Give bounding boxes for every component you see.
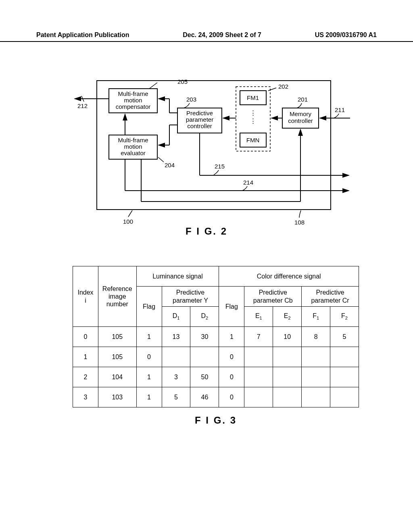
th-color: Color difference signal [219,266,359,287]
block-label-memctrl: Memory [290,110,312,117]
ref-203: 203 [186,96,196,103]
patent-page: Patent Application Publication Dec. 24, … [0,0,413,532]
block-label-compensator: Multi-frame [118,90,148,97]
page-header: Patent Application Publication Dec. 24, … [0,31,413,42]
figure-2-caption: F I G. 2 [0,226,413,237]
ref-202: 202 [278,83,288,90]
th-d1: D1 [162,307,190,327]
table-row: 3 103 1 5 46 0 [73,387,359,407]
th-ppcb: Predictive parameter Cb [244,287,302,307]
header-center: Dec. 24, 2009 Sheet 2 of 7 [183,31,261,39]
th-e1: E1 [244,307,273,327]
table-row: 0 105 1 13 30 1 7 10 8 5 [73,327,359,347]
ref-211: 211 [335,106,345,113]
svg-line-36 [158,157,164,162]
ref-108: 108 [294,219,305,226]
figure-2-diagram: Multi-frame motion compensator Multi-fra… [44,77,363,230]
th-f1: F1 [302,307,330,327]
svg-text:⋮: ⋮ [250,117,256,124]
ref-214: 214 [243,179,253,186]
th-d2: D2 [190,307,219,327]
ref-201: 201 [298,96,308,103]
table-row: 1 105 0 0 [73,347,359,367]
block-label-evaluator: Multi-frame [118,137,148,143]
ref-215: 215 [215,163,225,170]
svg-line-37 [128,210,132,217]
figure-3-caption: F I G. 3 [73,415,359,426]
th-luminance: Luminance signal [136,266,219,287]
table-row: 2 104 1 3 50 0 [73,367,359,387]
svg-text:compensator: compensator [116,103,151,110]
ref-212: 212 [77,102,88,109]
th-f2: F2 [330,307,359,327]
th-refimg: Reference image number [98,266,137,327]
block-label-fm1: FM1 [247,94,259,101]
th-ppy: Predictive parameter Y [162,287,219,307]
block-label-ppc: Predictive [186,110,213,116]
svg-text:controller: controller [187,123,212,129]
th-flag-c: Flag [219,287,244,327]
svg-text:motion: motion [124,97,142,104]
th-flag-y: Flag [136,287,162,327]
th-ppcr: Predictive parameter Cr [302,287,359,307]
figure-3-table: Index i Reference image number Luminance… [73,266,359,426]
header-right: US 2009/0316790 A1 [315,31,377,39]
svg-text:evaluator: evaluator [121,150,146,156]
ref-100: 100 [123,218,133,225]
th-e2: E2 [273,307,302,327]
ref-205: 205 [177,78,188,85]
svg-text:parameter: parameter [186,116,213,123]
ref-204: 204 [165,162,175,168]
svg-text:motion: motion [124,143,142,150]
block-label-fmn: FMN [246,137,260,143]
svg-text:controller: controller [288,117,313,124]
th-index: Index i [73,266,98,327]
header-left: Patent Application Publication [36,31,129,39]
ellipsis-icon: ⋮ [250,109,256,116]
